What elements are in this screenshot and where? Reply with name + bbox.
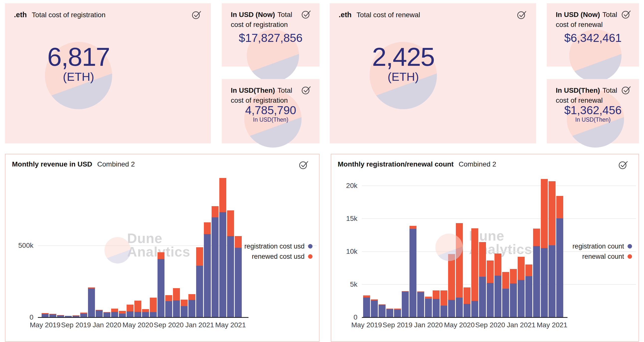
check-circle-icon[interactable] (302, 85, 312, 96)
legend-item[interactable]: renewed cost usd (244, 252, 312, 260)
legend-item[interactable]: renewal count (572, 252, 632, 260)
counter-value: $1,362,456 (547, 104, 639, 117)
check-circle-icon[interactable] (622, 85, 632, 96)
counter-subvalue: In USD(Then) (222, 116, 320, 123)
check-circle-icon[interactable] (302, 9, 312, 20)
segment-registration-count (464, 304, 470, 317)
card-title: .ethTotal cost of registration (14, 10, 106, 20)
bar-may-2019 (42, 313, 48, 317)
segment-renewal-count (556, 196, 563, 218)
check-circle-icon[interactable] (618, 160, 629, 170)
segment-registration-count (425, 299, 432, 317)
segment-registration-cost-usd (65, 316, 72, 317)
bar-aug-2019 (386, 308, 393, 317)
counter-unit: (ETH) (47, 70, 110, 84)
segment-renewed-cost-usd (158, 252, 164, 259)
segment-registration-count (410, 229, 416, 317)
segment-registration-cost-usd (119, 314, 126, 317)
segment-renewed-cost-usd (181, 300, 188, 306)
bar-dec-2020 (510, 269, 517, 317)
segment-registration-count (502, 289, 509, 317)
counter-value: 4,785,790 (222, 104, 320, 117)
bar-feb-2021 (204, 222, 211, 317)
chart-title-row: Monthly registration/renewal countCombin… (338, 160, 496, 168)
segment-registration-cost-usd (72, 316, 80, 317)
bar-jan-2020 (425, 297, 432, 317)
counter-card-eth-registration-cost: .ethTotal cost of registration 6,817 (ET… (5, 3, 211, 143)
segment-registration-cost-usd (126, 311, 134, 317)
segment-registration-count (494, 276, 502, 317)
segment-registration-count (386, 309, 393, 317)
bar-may-2021 (548, 181, 556, 317)
check-circle-icon[interactable] (299, 160, 310, 170)
segment-registration-count (510, 284, 517, 317)
card-title: .ethTotal cost of renewal (339, 10, 420, 20)
bar-may-2021 (227, 210, 234, 317)
bar-mar-2021 (533, 228, 540, 317)
segment-registration-count (394, 310, 401, 317)
segment-registration-count (417, 292, 424, 317)
check-circle-icon[interactable] (622, 9, 632, 20)
bar-oct-2020 (494, 254, 502, 317)
segment-renewed-cost-usd (235, 236, 242, 248)
legend-label: renewal count (582, 253, 624, 260)
segment-registration-cost-usd (158, 259, 164, 317)
card-title-prefix: In USD (Now) (231, 11, 275, 18)
bar-jun-2020 (464, 288, 470, 317)
y-axis-label-20k: 20k (334, 182, 358, 190)
chart-subtitle: Combined 2 (458, 160, 496, 168)
segment-renewal-count (533, 228, 540, 246)
card-title-prefix: In USD(Then) (556, 86, 600, 94)
bar-may-2019 (363, 296, 370, 317)
counter-card-usd-now-registration: In USD (Now)Total cost of registration $… (222, 3, 320, 66)
counter-card-usd-then-registration: In USD(Then)Total cost of registration 4… (222, 79, 320, 143)
legend-label: registration count (572, 242, 624, 250)
card-title: In USD(Then)Total cost of registration (231, 86, 307, 106)
x-axis-label-may-2021: May 2021 (212, 321, 249, 329)
bar-plot (362, 178, 568, 317)
counter-value: $17,827,856 (222, 31, 320, 44)
segment-renewed-cost-usd (212, 206, 218, 217)
bar-nov-2019 (410, 226, 416, 317)
segment-renewed-cost-usd (196, 247, 203, 266)
segment-renewal-count (363, 296, 370, 298)
legend-item[interactable]: registration count (572, 242, 632, 250)
segment-renewal-count (494, 254, 502, 276)
segment-renewal-count (440, 290, 447, 306)
counter-card-usd-now-renewal: In USD (Now)Total cost of renewal $6,342… (547, 3, 639, 66)
segment-registration-count (440, 306, 447, 317)
chart-card-monthly-registration-renewal-count: Monthly registration/renewal countCombin… (331, 154, 639, 342)
segment-registration-cost-usd (111, 312, 118, 317)
legend-label: registration cost usd (244, 242, 304, 250)
chart-card-monthly-revenue-usd: Monthly revenue in USDCombined 2 DuneAna… (5, 154, 320, 342)
bar-may-2020 (134, 300, 141, 317)
segment-registration-cost-usd (142, 312, 149, 317)
bar-oct-2019 (402, 291, 409, 317)
check-circle-icon[interactable] (517, 10, 528, 20)
segment-renewal-count (425, 297, 432, 299)
bar-sep-2019 (72, 315, 80, 317)
segment-registration-cost-usd (57, 315, 64, 317)
segment-registration-cost-usd (235, 248, 242, 317)
counter-subvalue: In USD(Then) (547, 116, 639, 123)
card-title-prefix: In USD (Now) (556, 11, 600, 18)
x-axis-line (38, 317, 248, 318)
counter-value-block: 2,425 (ETH) (372, 44, 434, 84)
segment-registration-cost-usd (196, 266, 203, 317)
segment-registration-count (533, 246, 540, 317)
segment-registration-count (378, 305, 386, 317)
segment-renewed-cost-usd (142, 309, 149, 312)
bar-feb-2020 (433, 290, 440, 317)
bar-mar-2021 (212, 206, 218, 317)
segment-renewal-count (479, 242, 486, 277)
segment-registration-cost-usd (219, 212, 226, 317)
dune-logo-circle (436, 234, 463, 261)
check-circle-icon[interactable] (192, 10, 202, 20)
bar-mar-2020 (119, 311, 126, 317)
legend-item[interactable]: registration cost usd (244, 242, 312, 250)
x-axis-line (362, 317, 568, 318)
segment-registration-cost-usd (80, 314, 87, 317)
segment-registration-count (556, 218, 563, 317)
segment-renewed-cost-usd (165, 295, 172, 301)
segment-renewed-cost-usd (227, 210, 234, 236)
